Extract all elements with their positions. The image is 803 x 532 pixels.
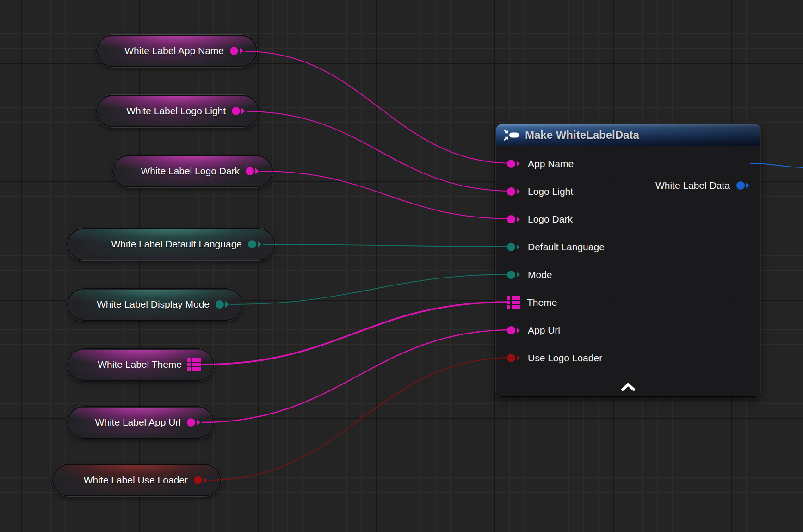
input-pin-row-theme[interactable]: Theme bbox=[496, 289, 760, 316]
input-pin-icon[interactable] bbox=[507, 186, 521, 197]
getter-node-white-label-display-mode[interactable]: White Label Display Mode bbox=[67, 288, 243, 321]
input-pin-label: Theme bbox=[527, 297, 557, 308]
input-pin-label: App Url bbox=[528, 325, 560, 336]
input-pin-label: Default Language bbox=[528, 241, 605, 253]
input-pin-label: Use Logo Loader bbox=[528, 353, 602, 364]
input-pin-row-default-language[interactable]: Default Language bbox=[496, 233, 760, 261]
input-pin-label: App Name bbox=[528, 158, 574, 169]
getter-node-label: White Label Logo Light bbox=[126, 105, 226, 117]
wire-theme[interactable] bbox=[202, 302, 507, 365]
input-pin-label: Logo Dark bbox=[528, 214, 573, 225]
wire-display-mode[interactable] bbox=[231, 274, 513, 304]
getter-node-label: White Label App Name bbox=[124, 45, 224, 56]
collapse-node-button[interactable] bbox=[620, 383, 636, 392]
input-pin-row-use-logo-loader[interactable]: Use Logo Loader bbox=[496, 344, 760, 372]
getter-node-label: White Label Use Loader bbox=[84, 475, 188, 486]
getter-node-label: White Label Display Mode bbox=[97, 299, 210, 310]
node-title: Make WhiteLabelData bbox=[525, 129, 639, 142]
output-pin-row-white-label-data[interactable]: White Label Data bbox=[655, 172, 751, 199]
getter-node-white-label-default-language[interactable]: White Label Default Language bbox=[67, 228, 275, 260]
getter-node-white-label-theme[interactable]: White Label Theme bbox=[67, 348, 214, 381]
input-pin-label: Mode bbox=[528, 269, 552, 280]
blueprint-graph-canvas[interactable]: White Label App Name White Label Logo Li… bbox=[0, 0, 803, 532]
getter-node-white-label-logo-light[interactable]: White Label Logo Light bbox=[96, 95, 259, 127]
output-pin-icon[interactable] bbox=[736, 180, 751, 191]
input-pin-label: Logo Light bbox=[528, 186, 573, 197]
getter-node-white-label-app-name[interactable]: White Label App Name bbox=[96, 35, 257, 67]
getter-node-label: White Label Logo Dark bbox=[141, 166, 240, 177]
wire-app-url[interactable] bbox=[202, 330, 513, 422]
output-pin-icon[interactable] bbox=[193, 475, 208, 485]
make-struct-icon bbox=[503, 129, 519, 141]
getter-node-white-label-logo-dark[interactable]: White Label Logo Dark bbox=[112, 155, 273, 187]
output-pin-icon[interactable] bbox=[186, 417, 201, 427]
input-pin-icon[interactable] bbox=[507, 325, 521, 335]
input-pin-icon[interactable] bbox=[507, 159, 521, 169]
struct-pin-icon[interactable] bbox=[507, 296, 520, 309]
output-pin-label: White Label Data bbox=[655, 180, 730, 191]
node-header[interactable]: Make WhiteLabelData bbox=[496, 124, 760, 146]
wire-default-language[interactable] bbox=[263, 244, 513, 247]
getter-node-white-label-use-loader[interactable]: White Label Use Loader bbox=[52, 464, 221, 496]
getter-node-white-label-app-url[interactable]: White Label App Url bbox=[67, 406, 214, 439]
getter-node-label: White Label App Url bbox=[95, 417, 181, 428]
output-pin-icon[interactable] bbox=[231, 106, 246, 116]
output-pin-icon[interactable] bbox=[215, 299, 230, 309]
input-pin-row-app-url[interactable]: App Url bbox=[496, 316, 760, 344]
make-whitelabeldata-node[interactable]: Make WhiteLabelData App Name Logo Light … bbox=[496, 124, 760, 397]
input-pin-row-logo-dark[interactable]: Logo Dark bbox=[496, 205, 760, 233]
wire-logo-dark[interactable] bbox=[261, 171, 513, 219]
struct-pin-icon[interactable] bbox=[187, 358, 201, 371]
output-pin-icon[interactable] bbox=[229, 46, 244, 56]
getter-node-label: White Label Default Language bbox=[111, 239, 242, 250]
wire-logo-light[interactable] bbox=[247, 111, 513, 191]
getter-node-label: White Label Theme bbox=[98, 359, 182, 370]
input-pin-icon[interactable] bbox=[507, 242, 521, 252]
wire-app-name[interactable] bbox=[245, 51, 513, 163]
wire-use-loader[interactable] bbox=[209, 358, 513, 480]
input-pin-icon[interactable] bbox=[507, 214, 521, 224]
input-pin-icon[interactable] bbox=[507, 270, 521, 280]
input-pin-row-mode[interactable]: Mode bbox=[496, 261, 760, 289]
output-pin-icon[interactable] bbox=[247, 239, 262, 249]
input-pin-icon[interactable] bbox=[507, 353, 521, 363]
output-pin-icon[interactable] bbox=[245, 166, 260, 176]
